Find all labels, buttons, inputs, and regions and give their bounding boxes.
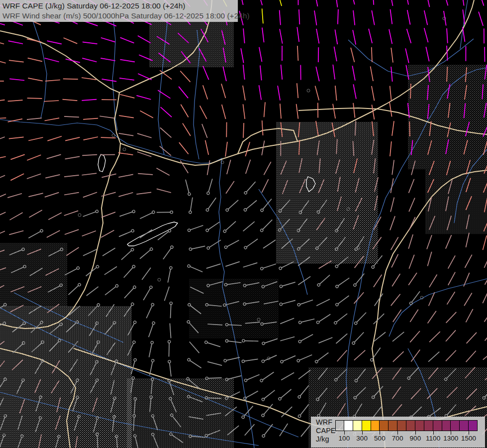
wind-barb [298,318,315,324]
legend-tick-mark [415,431,416,435]
wind-barb [447,46,448,61]
wind-barb [336,139,337,154]
wind-barb [317,402,327,418]
wind-barb [334,368,348,382]
wind-barb [446,350,456,361]
legend-cell [460,420,469,431]
wind-barb [204,340,221,348]
wind-barb [409,255,414,269]
wind-barb [373,406,382,418]
wind-barb [372,385,384,399]
wind-barb [34,416,42,433]
wind-barb [352,66,355,80]
city-marker [78,214,81,217]
wind-barb [75,437,78,448]
wind-barb [148,341,154,357]
wind-barb [27,98,42,99]
wind-barb [246,160,251,174]
wind-barb [483,235,487,250]
wind-barb [262,424,274,438]
wind-barb [118,153,133,155]
wind-barb [427,235,432,249]
wind-barb [133,434,140,448]
wind-barb [353,403,363,418]
wind-barb [139,55,153,61]
country-border [372,170,487,448]
wind-barb [29,210,42,218]
wind-barb [160,146,171,156]
wind-barb [0,398,3,411]
wind-barb [145,303,154,319]
wind-barb [9,137,24,138]
legend-tick-label: 1500 [458,435,480,442]
wind-barb [280,299,296,306]
wind-barb [448,103,450,118]
wind-barb [0,137,5,142]
wind-barb [466,122,470,136]
river [460,0,468,49]
wind-barb [374,217,381,229]
wind-barb [427,85,428,100]
wind-barb [316,387,328,401]
legend-tick-mark [451,431,451,435]
wind-barb [315,0,318,6]
wind-barb [466,309,473,322]
wind-barb [8,100,23,101]
wind-barb [281,373,294,380]
wind-barb [335,0,337,7]
wind-barb [479,0,484,5]
wind-barb [207,160,210,175]
wind-barb [335,277,350,288]
legend-cell [380,420,389,431]
wind-barb [464,103,466,118]
legend-label-parameter: CAPE [316,427,336,435]
wind-barb [206,264,221,268]
wind-barb [223,48,226,63]
wind-barb [28,287,42,293]
wind-barb [88,322,98,337]
wind-barb [7,194,22,198]
wind-barb [296,353,312,362]
wind-barb [243,222,255,231]
legend-label: WRF CAPE J/kg [316,418,336,444]
wind-barb [406,65,409,80]
wind-barb [48,247,63,257]
wind-barb [140,111,153,118]
wind-barb [484,140,487,155]
wind-barb [372,47,372,62]
wind-barb [161,107,172,117]
wind-barb [333,65,335,80]
wind-barb [225,199,239,212]
wind-barb [151,433,160,448]
wind-barb [392,367,401,379]
wind-barb [187,320,199,334]
wind-barb [66,59,80,62]
wind-barb [278,388,292,401]
city-marker [257,318,260,321]
wind-barb [280,281,296,288]
wind-barb [165,287,170,301]
wind-barb [262,280,278,288]
wind-barb [136,192,151,194]
wind-barb [446,139,449,154]
wind-barb [278,0,282,6]
wind-barb [467,333,477,343]
wind-barb [447,67,447,82]
wind-barb [390,216,395,230]
wind-barb [63,79,78,79]
wind-barb [157,168,170,175]
wind-barb [35,379,41,393]
wind-barb [186,377,200,389]
wind-barb [297,299,313,307]
wind-barb [106,304,114,317]
wind-barb [225,407,237,416]
wind-barb [111,380,114,394]
wind-barb [390,197,394,212]
wind-barb [261,389,276,401]
wind-barb [27,249,41,254]
wind-barb [160,127,172,137]
wind-barb [138,36,151,43]
wind-barb [104,321,116,336]
wind-barb [354,368,367,383]
river [346,109,435,448]
